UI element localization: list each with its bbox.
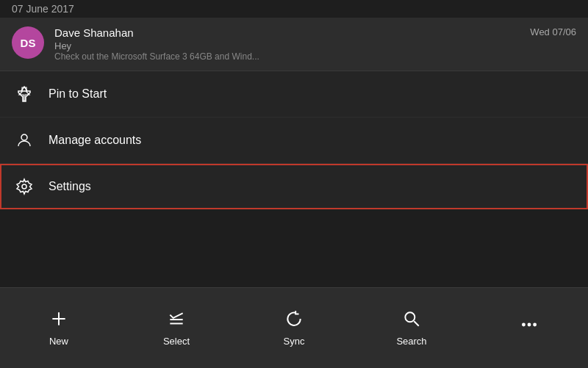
toolbar-select[interactable]: Select: [118, 303, 235, 353]
toolbar-search[interactable]: Search: [353, 303, 470, 353]
sync-icon: [284, 309, 304, 331]
email-sender: Dave Shanahan: [54, 26, 520, 39]
search-icon: [402, 309, 421, 331]
menu-item-manage[interactable]: Manage accounts: [0, 118, 588, 164]
email-date: Wed 07/06: [530, 26, 576, 37]
svg-point-2: [22, 184, 26, 189]
toolbar-more[interactable]: [470, 309, 588, 347]
toolbar-new-label: New: [49, 336, 68, 347]
svg-point-10: [528, 323, 530, 325]
plus-icon: [49, 309, 68, 331]
email-content: Dave Shanahan Hey Check out the Microsof…: [54, 26, 520, 62]
toolbar-new[interactable]: New: [0, 303, 118, 353]
person-icon: [15, 131, 34, 150]
toolbar-select-label: Select: [163, 336, 190, 347]
email-subject: Check out the Microsoft Surface 3 64GB a…: [54, 51, 481, 62]
select-icon: [167, 309, 186, 331]
more-icon: [520, 315, 539, 337]
svg-point-11: [534, 323, 536, 325]
svg-point-1: [21, 134, 27, 140]
email-preview: Hey: [54, 40, 520, 51]
toolbar-search-label: Search: [396, 336, 426, 347]
menu-item-settings[interactable]: Settings: [0, 164, 588, 209]
email-item[interactable]: DS Dave Shanahan Hey Check out the Micro…: [0, 18, 588, 71]
toolbar-sync-label: Sync: [284, 336, 305, 347]
date-header: 07 June 2017: [0, 0, 588, 18]
context-menu: Pin to Start Manage accounts Settings: [0, 71, 588, 209]
gear-icon: [15, 177, 34, 196]
svg-point-7: [405, 312, 415, 322]
pin-icon: [15, 84, 34, 104]
svg-line-8: [414, 321, 419, 326]
menu-item-pin-label: Pin to Start: [49, 87, 107, 101]
menu-item-manage-label: Manage accounts: [49, 134, 141, 147]
toolbar-sync[interactable]: Sync: [235, 303, 353, 353]
avatar: DS: [12, 26, 44, 59]
menu-item-settings-label: Settings: [49, 180, 91, 193]
menu-item-pin[interactable]: Pin to Start: [0, 71, 588, 118]
svg-point-9: [523, 323, 525, 325]
toolbar: New Select Sync Search: [0, 287, 588, 368]
